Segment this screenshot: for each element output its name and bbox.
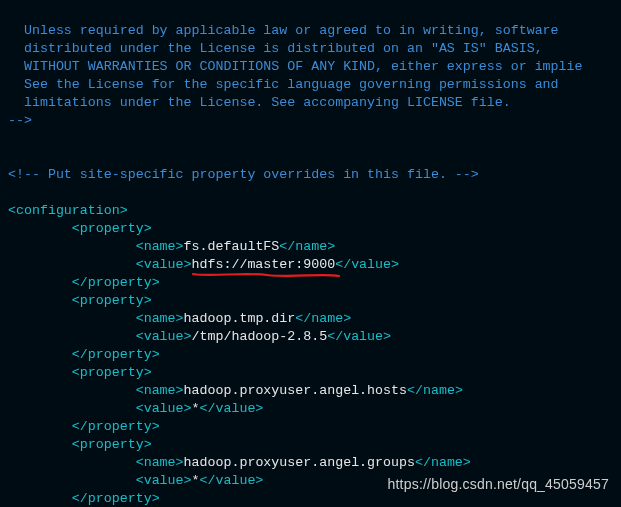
property-value: * — [192, 473, 200, 488]
license-line: limitations under the License. See accom… — [8, 95, 511, 110]
value-open-tag: <value> — [136, 401, 192, 416]
hint-comment-text: Put site-specific property overrides in … — [40, 167, 455, 182]
value-close-tag: </value> — [200, 401, 264, 416]
hint-comment-close: --> — [455, 167, 479, 182]
property-name: hadoop.proxyuser.angel.groups — [184, 455, 415, 470]
name-open-tag: <name> — [136, 383, 184, 398]
name-close-tag: </name> — [415, 455, 471, 470]
name-open-tag: <name> — [136, 239, 184, 254]
property-value: /tmp/hadoop-2.8.5 — [192, 329, 328, 344]
property-open-tag: <property> — [72, 221, 152, 236]
property-name: hadoop.proxyuser.angel.hosts — [184, 383, 407, 398]
value-open-tag: <value> — [136, 473, 192, 488]
property-value: * — [192, 401, 200, 416]
license-line: distributed under the License is distrib… — [8, 41, 543, 56]
license-line: WITHOUT WARRANTIES OR CONDITIONS OF ANY … — [8, 59, 583, 74]
value-close-tag: </value> — [327, 329, 391, 344]
property-open-tag: <property> — [72, 365, 152, 380]
name-close-tag: </name> — [295, 311, 351, 326]
configuration-open-tag: <configuration> — [8, 203, 128, 218]
watermark: https://blog.csdn.net/qq_45059457 — [388, 475, 609, 493]
property-close-tag: </property> — [72, 347, 160, 362]
property-name: fs.defaultFS — [184, 239, 280, 254]
property-name: hadoop.tmp.dir — [184, 311, 296, 326]
code-editor: Unless required by applicable law or agr… — [0, 0, 621, 507]
value-open-tag: <value> — [136, 257, 192, 272]
property-open-tag: <property> — [72, 293, 152, 308]
value-open-tag: <value> — [136, 329, 192, 344]
property-close-tag: </property> — [72, 491, 160, 506]
hint-comment-open: <!-- — [8, 167, 40, 182]
property-close-tag: </property> — [72, 419, 160, 434]
value-close-tag: </value> — [335, 257, 399, 272]
name-close-tag: </name> — [279, 239, 335, 254]
license-line: See the License for the specific languag… — [8, 77, 559, 92]
property-close-tag: </property> — [72, 275, 160, 290]
value-close-tag: </value> — [200, 473, 264, 488]
name-open-tag: <name> — [136, 455, 184, 470]
name-close-tag: </name> — [407, 383, 463, 398]
license-comment-end: --> — [8, 113, 32, 128]
property-value: hdfs://master:9000 — [192, 257, 336, 272]
name-open-tag: <name> — [136, 311, 184, 326]
license-line: Unless required by applicable law or agr… — [8, 23, 559, 38]
property-open-tag: <property> — [72, 437, 152, 452]
